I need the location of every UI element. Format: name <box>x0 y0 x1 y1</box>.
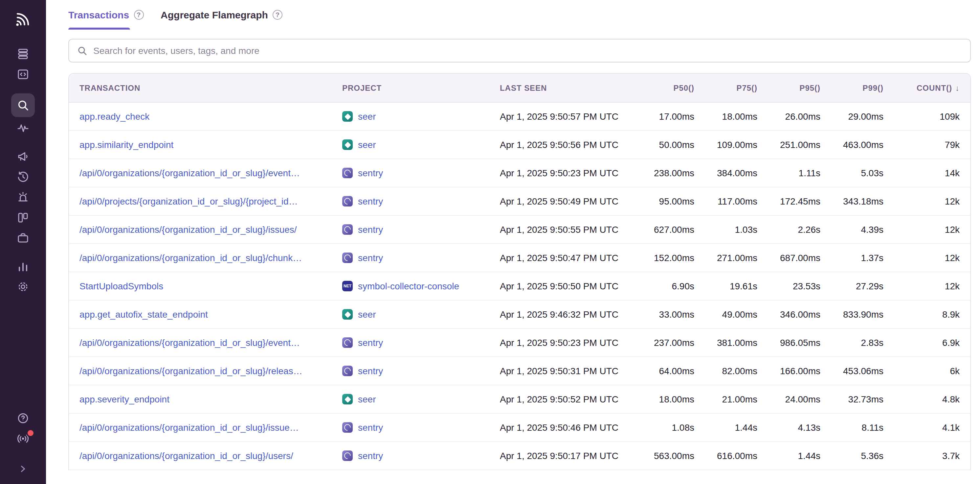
sidebar-item-stats[interactable] <box>11 257 35 276</box>
transaction-link[interactable]: StartUploadSymbols <box>80 281 163 291</box>
project-link[interactable]: symbol-collector-console <box>358 281 459 291</box>
sidebar-item-settings[interactable] <box>11 278 35 296</box>
sidebar-group-1 <box>11 45 35 83</box>
transaction-link[interactable]: app.ready_check <box>80 111 150 121</box>
p75-value: 21.00ms <box>705 394 768 404</box>
sidebar-item-help[interactable] <box>11 409 35 427</box>
p75-value: 381.00ms <box>705 337 768 348</box>
sidebar-collapse-toggle[interactable] <box>11 460 35 478</box>
table-row: StartUploadSymbols NET symbol-collector-… <box>69 272 970 300</box>
kanban-icon <box>16 211 30 224</box>
last-seen-value: Apr 1, 2025 9:50:57 PM UTC <box>489 111 642 121</box>
sidebar-item-feedback[interactable] <box>11 147 35 166</box>
transaction-link[interactable]: /api/0/organizations/{organization_id_or… <box>80 224 297 235</box>
transaction-link[interactable]: /api/0/organizations/{organization_id_or… <box>80 422 299 433</box>
column-header-project[interactable]: PROJECT <box>332 83 489 93</box>
sidebar-item-replays[interactable] <box>11 168 35 186</box>
flamegraph-help-icon[interactable]: ? <box>273 10 282 20</box>
p50-value: 6.90s <box>642 281 705 291</box>
p75-value: 616.00ms <box>705 450 768 461</box>
transaction-link[interactable]: /api/0/organizations/{organization_id_or… <box>80 366 302 376</box>
p95-value: 346.00ms <box>768 309 831 319</box>
project-link[interactable]: sentry <box>358 337 383 348</box>
p95-value: 23.53s <box>768 281 831 291</box>
sentry-project-icon <box>342 450 353 461</box>
last-seen-value: Apr 1, 2025 9:50:55 PM UTC <box>489 224 642 235</box>
column-header-p75[interactable]: P75() <box>705 83 768 93</box>
sidebar-item-dashboards[interactable] <box>11 208 35 227</box>
transaction-link[interactable]: /api/0/organizations/{organization_id_or… <box>80 252 302 263</box>
p99-value: 32.73ms <box>831 394 894 404</box>
last-seen-value: Apr 1, 2025 9:50:17 PM UTC <box>489 450 642 461</box>
p99-value: 463.00ms <box>831 139 894 150</box>
table-row: /api/0/organizations/{organization_id_or… <box>69 159 970 187</box>
sidebar-item-explore[interactable] <box>11 65 35 83</box>
column-header-p95[interactable]: P95() <box>768 83 831 93</box>
sidebar <box>0 0 46 484</box>
search-icon <box>77 45 88 56</box>
sidebar-item-whats-new[interactable] <box>11 430 35 448</box>
count-value: 79k <box>894 139 970 150</box>
project-link[interactable]: sentry <box>358 366 383 376</box>
search-icon <box>16 99 30 112</box>
briefcase-icon <box>16 232 30 244</box>
p99-value: 2.83s <box>831 337 894 348</box>
sort-desc-icon: ↓ <box>955 83 959 93</box>
column-header-count-label: COUNT() <box>916 83 952 93</box>
transaction-link[interactable]: app.severity_endpoint <box>80 394 169 404</box>
column-header-p99[interactable]: P99() <box>831 83 894 93</box>
column-header-count[interactable]: COUNT()↓ <box>894 83 970 93</box>
seer-project-icon <box>342 394 353 404</box>
project-link[interactable]: seer <box>358 111 376 121</box>
p75-value: 109.00ms <box>705 139 768 150</box>
tab-transactions[interactable]: Transactions ? <box>68 6 143 30</box>
count-value: 8.9k <box>894 309 970 319</box>
count-value: 3.7k <box>894 450 970 461</box>
sidebar-item-issues[interactable] <box>11 45 35 63</box>
notification-badge <box>28 430 33 436</box>
project-link[interactable]: seer <box>358 139 376 150</box>
p99-value: 343.18ms <box>831 196 894 206</box>
transaction-link[interactable]: app.get_autofix_state_endpoint <box>80 309 208 319</box>
count-value: 6.9k <box>894 337 970 348</box>
transaction-link[interactable]: /api/0/organizations/{organization_id_or… <box>80 337 300 348</box>
transaction-link[interactable]: app.similarity_endpoint <box>80 139 173 150</box>
p95-value: 2.26s <box>768 224 831 235</box>
transaction-link[interactable]: /api/0/projects/{organization_id_or_slug… <box>80 196 298 206</box>
project-link[interactable]: seer <box>358 394 376 404</box>
tab-transactions-label: Transactions <box>68 9 129 21</box>
seer-project-icon <box>342 309 353 319</box>
sentry-logo[interactable] <box>13 9 33 29</box>
project-link[interactable]: sentry <box>358 224 383 235</box>
column-header-transaction[interactable]: TRANSACTION <box>69 83 332 93</box>
column-header-last-seen[interactable]: LAST SEEN <box>489 83 642 93</box>
project-link[interactable]: sentry <box>358 422 383 433</box>
project-link[interactable]: seer <box>358 309 376 319</box>
megaphone-icon <box>16 150 30 163</box>
project-link[interactable]: sentry <box>358 252 383 263</box>
p75-value: 18.00ms <box>705 111 768 121</box>
project-link[interactable]: sentry <box>358 196 383 206</box>
tab-aggregate-flamegraph[interactable]: Aggregate Flamegraph ? <box>161 6 282 30</box>
sentry-project-icon <box>342 224 353 235</box>
count-value: 12k <box>894 281 970 291</box>
transaction-link[interactable]: /api/0/organizations/{organization_id_or… <box>80 168 300 178</box>
sidebar-item-search[interactable] <box>11 93 35 117</box>
column-header-p50[interactable]: P50() <box>642 83 705 93</box>
search-bar[interactable] <box>68 39 971 62</box>
sentry-project-icon <box>342 168 353 178</box>
sidebar-item-alerts[interactable] <box>11 188 35 206</box>
count-value: 12k <box>894 252 970 263</box>
search-input[interactable] <box>93 45 962 56</box>
sidebar-item-traces[interactable] <box>11 119 35 137</box>
sidebar-item-projects[interactable] <box>11 229 35 247</box>
project-link[interactable]: sentry <box>358 168 383 178</box>
table-row: /api/0/organizations/{organization_id_or… <box>69 357 970 385</box>
p50-value: 563.00ms <box>642 450 705 461</box>
dotnet-project-icon: NET <box>342 281 353 291</box>
project-link[interactable]: sentry <box>358 450 383 461</box>
transactions-help-icon[interactable]: ? <box>134 10 143 20</box>
p99-value: 27.29s <box>831 281 894 291</box>
transaction-link[interactable]: /api/0/organizations/{organization_id_or… <box>80 450 293 461</box>
p99-value: 8.11s <box>831 422 894 433</box>
